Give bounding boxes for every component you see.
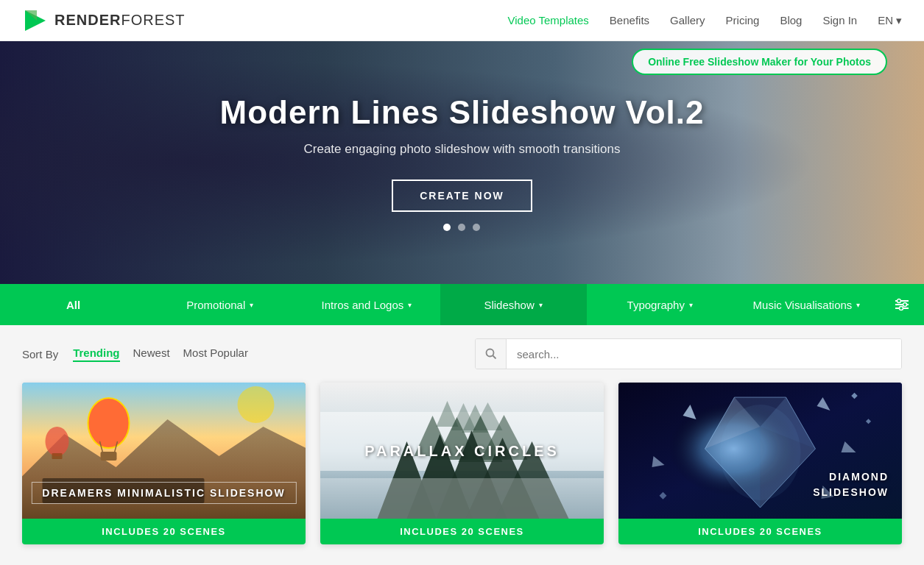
brand-name: RENDERFOREST [54,12,186,29]
hero-subtitle: Create engaging photo slideshow with smo… [220,140,705,159]
hero-content: Modern Lines Slideshow Vol.2 Create enga… [220,94,705,231]
svg-point-6 [903,303,907,307]
nav-video-templates[interactable]: Video Templates [507,14,588,26]
template-title-parallax: PARALLAX CIRCLES [364,442,560,459]
language-selector[interactable]: EN ▾ [878,14,902,27]
template-title-dreamers: DREAMERS MINIMALISTIC SLIDESHOW [31,482,296,504]
svg-point-7 [900,307,903,310]
category-promotional[interactable]: Promotional ▾ [147,284,293,325]
nav-gallery[interactable]: Gallery [670,14,705,26]
category-intros-logos-label: Intros and Logos [322,299,404,311]
svg-rect-16 [101,452,117,461]
chevron-down-icon: ▾ [689,301,693,309]
hero-badge: Online Free Slideshow Maker for Your Pho… [632,49,887,75]
category-typography-label: Typography [627,299,685,311]
svg-rect-18 [52,453,63,459]
category-slideshow-label: Slideshow [484,299,534,311]
nav-benefits[interactable]: Benefits [610,14,649,26]
filter-icon [894,298,910,311]
category-bar: All Promotional ▾ Intros and Logos ▾ Sli… [0,284,924,325]
svg-point-17 [46,427,69,456]
chevron-down-icon: ▾ [250,301,253,309]
svg-point-52 [720,405,801,500]
sort-label: Sort By [22,348,58,360]
template-thumbnail-diamond: DIAMONDSLIDESHOW [618,383,902,519]
hero-carousel-dots [220,224,705,231]
chevron-down-icon: ▾ [408,301,412,309]
sort-newest[interactable]: Newest [133,347,170,362]
category-promotional-label: Promotional [186,299,245,311]
logo[interactable]: RENDERFOREST [22,7,186,34]
template-label-dreamers: INCLUDES 20 SCENES [22,519,306,544]
search-icon [485,348,497,360]
nav-pricing[interactable]: Pricing [726,14,760,26]
carousel-dot-2[interactable] [458,224,465,231]
hero-cta-button[interactable]: CREATE NOW [392,180,532,212]
category-music-visualisations[interactable]: Music Visualisations ▾ [733,284,880,325]
category-all[interactable]: All [0,284,147,325]
svg-point-19 [238,386,275,423]
template-thumbnail-dreamers: DREAMERS MINIMALISTIC SLIDESHOW [22,383,306,519]
search-button[interactable] [476,339,507,369]
hero-section: Online Free Slideshow Maker for Your Pho… [0,41,924,284]
category-music-visualisations-label: Music Visualisations [753,299,853,311]
nav-signin[interactable]: Sign In [822,14,857,26]
nav-blog[interactable]: Blog [780,14,802,26]
template-label-parallax: INCLUDES 20 SCENES [320,519,604,544]
chevron-down-icon: ▾ [539,301,543,309]
carousel-dot-3[interactable] [473,224,480,231]
template-card-diamond[interactable]: DIAMONDSLIDESHOW INCLUDES 20 SCENES [618,383,902,544]
chevron-down-icon: ▾ [856,301,860,309]
template-label-diamond: INCLUDES 20 SCENES [618,519,902,544]
navbar: RENDERFOREST Video Templates Benefits Ga… [0,0,924,41]
svg-point-5 [897,299,901,303]
category-intros-logos[interactable]: Intros and Logos ▾ [293,284,440,325]
hero-title: Modern Lines Slideshow Vol.2 [220,94,705,131]
search-bar [475,338,902,369]
search-input[interactable] [507,339,901,369]
svg-line-9 [493,356,495,359]
nav-links: Video Templates Benefits Gallery Pricing… [507,14,902,27]
sort-most-popular[interactable]: Most Popular [183,347,248,362]
template-card-parallax[interactable]: PARALLAX CIRCLES INCLUDES 20 SCENES [320,383,604,544]
svg-point-8 [486,349,493,357]
sort-options: Trending Newest Most Popular [73,347,248,362]
templates-grid: DREAMERS MINIMALISTIC SLIDESHOW INCLUDES… [0,383,924,565]
svg-rect-36 [320,478,604,519]
category-all-label: All [66,299,80,311]
carousel-dot-1[interactable] [443,224,451,231]
chevron-down-icon: ▾ [896,14,902,27]
category-typography[interactable]: Typography ▾ [587,284,733,325]
sort-bar: Sort By Trending Newest Most Popular [0,325,924,383]
filter-button[interactable] [880,284,924,325]
template-card-dreamers[interactable]: DREAMERS MINIMALISTIC SLIDESHOW INCLUDES… [22,383,306,544]
category-slideshow[interactable]: Slideshow ▾ [440,284,587,325]
sort-trending[interactable]: Trending [73,347,119,362]
template-thumbnail-parallax: PARALLAX CIRCLES [320,383,604,519]
logo-icon [22,7,49,34]
template-title-diamond: DIAMONDSLIDESHOW [813,469,889,500]
